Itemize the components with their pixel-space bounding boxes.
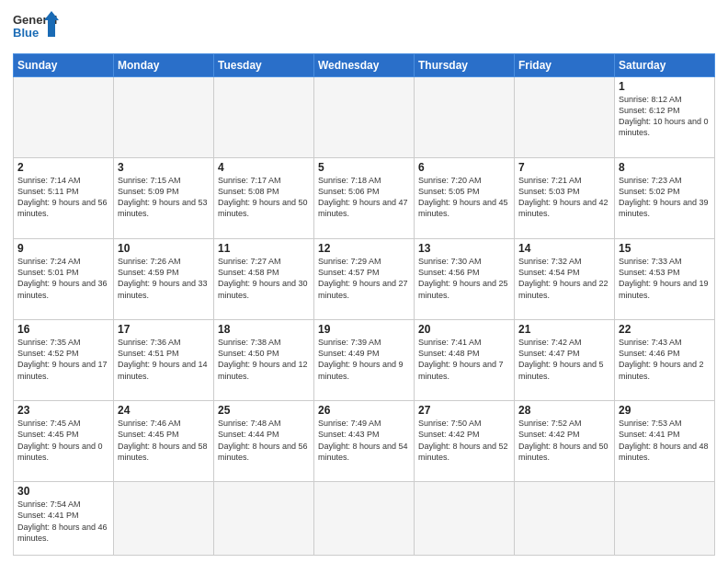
day-number: 17 bbox=[118, 323, 210, 336]
day-number: 30 bbox=[17, 485, 109, 498]
day-info: Sunrise: 7:42 AM Sunset: 4:47 PM Dayligh… bbox=[518, 337, 610, 382]
calendar-cell: 3Sunrise: 7:15 AM Sunset: 5:09 PM Daylig… bbox=[114, 158, 214, 239]
calendar-cell bbox=[114, 482, 214, 556]
calendar-cell: 30Sunrise: 7:54 AM Sunset: 4:41 PM Dayli… bbox=[14, 482, 114, 556]
calendar-cell bbox=[515, 77, 615, 158]
calendar-cell: 18Sunrise: 7:38 AM Sunset: 4:50 PM Dayli… bbox=[214, 320, 314, 401]
day-info: Sunrise: 7:35 AM Sunset: 4:52 PM Dayligh… bbox=[17, 337, 109, 382]
day-info: Sunrise: 7:21 AM Sunset: 5:03 PM Dayligh… bbox=[518, 175, 610, 220]
col-wednesday: Wednesday bbox=[314, 54, 415, 77]
calendar-cell bbox=[415, 77, 515, 158]
calendar-cell: 12Sunrise: 7:29 AM Sunset: 4:57 PM Dayli… bbox=[314, 239, 415, 320]
calendar-cell: 29Sunrise: 7:53 AM Sunset: 4:41 PM Dayli… bbox=[615, 401, 715, 482]
day-info: Sunrise: 7:17 AM Sunset: 5:08 PM Dayligh… bbox=[218, 175, 310, 220]
day-number: 27 bbox=[418, 404, 510, 417]
day-number: 26 bbox=[318, 404, 410, 417]
calendar-cell bbox=[515, 482, 615, 556]
calendar-week-row: 23Sunrise: 7:45 AM Sunset: 4:45 PM Dayli… bbox=[14, 401, 715, 482]
day-info: Sunrise: 7:39 AM Sunset: 4:49 PM Dayligh… bbox=[318, 337, 410, 382]
calendar-cell: 2Sunrise: 7:14 AM Sunset: 5:11 PM Daylig… bbox=[14, 158, 114, 239]
calendar-cell: 11Sunrise: 7:27 AM Sunset: 4:58 PM Dayli… bbox=[214, 239, 314, 320]
day-info: Sunrise: 7:36 AM Sunset: 4:51 PM Dayligh… bbox=[118, 337, 210, 382]
day-number: 25 bbox=[218, 404, 310, 417]
page: General Blue Sunday Monday Tuesday Wedne… bbox=[0, 0, 728, 563]
day-number: 23 bbox=[17, 404, 109, 417]
day-info: Sunrise: 7:27 AM Sunset: 4:58 PM Dayligh… bbox=[218, 256, 310, 301]
day-number: 22 bbox=[619, 323, 711, 336]
day-info: Sunrise: 7:43 AM Sunset: 4:46 PM Dayligh… bbox=[619, 337, 711, 382]
calendar-week-row: 2Sunrise: 7:14 AM Sunset: 5:11 PM Daylig… bbox=[14, 158, 715, 239]
calendar-cell: 21Sunrise: 7:42 AM Sunset: 4:47 PM Dayli… bbox=[515, 320, 615, 401]
calendar-cell: 14Sunrise: 7:32 AM Sunset: 4:54 PM Dayli… bbox=[515, 239, 615, 320]
day-info: Sunrise: 7:18 AM Sunset: 5:06 PM Dayligh… bbox=[318, 175, 410, 220]
day-info: Sunrise: 7:33 AM Sunset: 4:53 PM Dayligh… bbox=[619, 256, 711, 301]
day-info: Sunrise: 7:20 AM Sunset: 5:05 PM Dayligh… bbox=[418, 175, 510, 220]
header: General Blue bbox=[13, 9, 715, 48]
calendar-cell: 26Sunrise: 7:49 AM Sunset: 4:43 PM Dayli… bbox=[314, 401, 415, 482]
day-info: Sunrise: 7:24 AM Sunset: 5:01 PM Dayligh… bbox=[17, 256, 109, 301]
calendar-cell: 1Sunrise: 8:12 AM Sunset: 6:12 PM Daylig… bbox=[615, 77, 715, 158]
calendar-cell: 23Sunrise: 7:45 AM Sunset: 4:45 PM Dayli… bbox=[14, 401, 114, 482]
logo: General Blue bbox=[13, 9, 59, 48]
day-number: 9 bbox=[17, 242, 109, 255]
col-sunday: Sunday bbox=[14, 54, 114, 77]
calendar-header-row: Sunday Monday Tuesday Wednesday Thursday… bbox=[14, 54, 715, 77]
day-number: 5 bbox=[318, 161, 410, 174]
logo-icon: General Blue bbox=[13, 9, 59, 48]
col-thursday: Thursday bbox=[415, 54, 515, 77]
calendar-cell bbox=[314, 482, 415, 556]
day-info: Sunrise: 7:54 AM Sunset: 4:41 PM Dayligh… bbox=[17, 499, 109, 544]
calendar-cell: 6Sunrise: 7:20 AM Sunset: 5:05 PM Daylig… bbox=[415, 158, 515, 239]
calendar-cell: 22Sunrise: 7:43 AM Sunset: 4:46 PM Dayli… bbox=[615, 320, 715, 401]
day-info: Sunrise: 7:14 AM Sunset: 5:11 PM Dayligh… bbox=[17, 175, 109, 220]
calendar-cell: 25Sunrise: 7:48 AM Sunset: 4:44 PM Dayli… bbox=[214, 401, 314, 482]
day-number: 4 bbox=[218, 161, 310, 174]
day-info: Sunrise: 7:38 AM Sunset: 4:50 PM Dayligh… bbox=[218, 337, 310, 382]
calendar-cell bbox=[415, 482, 515, 556]
day-number: 11 bbox=[218, 242, 310, 255]
calendar-cell bbox=[114, 77, 214, 158]
calendar-cell: 4Sunrise: 7:17 AM Sunset: 5:08 PM Daylig… bbox=[214, 158, 314, 239]
calendar-table: Sunday Monday Tuesday Wednesday Thursday… bbox=[13, 53, 715, 556]
day-number: 21 bbox=[518, 323, 610, 336]
day-info: Sunrise: 7:30 AM Sunset: 4:56 PM Dayligh… bbox=[418, 256, 510, 301]
calendar-cell: 10Sunrise: 7:26 AM Sunset: 4:59 PM Dayli… bbox=[114, 239, 214, 320]
day-info: Sunrise: 7:46 AM Sunset: 4:45 PM Dayligh… bbox=[118, 418, 210, 463]
calendar-cell: 13Sunrise: 7:30 AM Sunset: 4:56 PM Dayli… bbox=[415, 239, 515, 320]
calendar-cell bbox=[314, 77, 415, 158]
calendar-week-row: 1Sunrise: 8:12 AM Sunset: 6:12 PM Daylig… bbox=[14, 77, 715, 158]
calendar-cell bbox=[214, 482, 314, 556]
calendar-cell: 9Sunrise: 7:24 AM Sunset: 5:01 PM Daylig… bbox=[14, 239, 114, 320]
day-info: Sunrise: 7:48 AM Sunset: 4:44 PM Dayligh… bbox=[218, 418, 310, 463]
day-number: 2 bbox=[17, 161, 109, 174]
day-number: 12 bbox=[318, 242, 410, 255]
calendar-cell: 5Sunrise: 7:18 AM Sunset: 5:06 PM Daylig… bbox=[314, 158, 415, 239]
day-number: 29 bbox=[619, 404, 711, 417]
day-number: 15 bbox=[619, 242, 711, 255]
calendar-cell: 19Sunrise: 7:39 AM Sunset: 4:49 PM Dayli… bbox=[314, 320, 415, 401]
calendar-cell: 27Sunrise: 7:50 AM Sunset: 4:42 PM Dayli… bbox=[415, 401, 515, 482]
day-number: 6 bbox=[418, 161, 510, 174]
calendar-cell: 15Sunrise: 7:33 AM Sunset: 4:53 PM Dayli… bbox=[615, 239, 715, 320]
calendar-cell: 28Sunrise: 7:52 AM Sunset: 4:42 PM Dayli… bbox=[515, 401, 615, 482]
day-number: 20 bbox=[418, 323, 510, 336]
day-info: Sunrise: 7:15 AM Sunset: 5:09 PM Dayligh… bbox=[118, 175, 210, 220]
calendar-cell bbox=[14, 77, 114, 158]
day-info: Sunrise: 7:45 AM Sunset: 4:45 PM Dayligh… bbox=[17, 418, 109, 463]
calendar-week-row: 30Sunrise: 7:54 AM Sunset: 4:41 PM Dayli… bbox=[14, 482, 715, 556]
calendar-week-row: 16Sunrise: 7:35 AM Sunset: 4:52 PM Dayli… bbox=[14, 320, 715, 401]
col-friday: Friday bbox=[515, 54, 615, 77]
col-monday: Monday bbox=[114, 54, 214, 77]
day-info: Sunrise: 7:26 AM Sunset: 4:59 PM Dayligh… bbox=[118, 256, 210, 301]
day-number: 16 bbox=[17, 323, 109, 336]
calendar-cell: 8Sunrise: 7:23 AM Sunset: 5:02 PM Daylig… bbox=[615, 158, 715, 239]
day-info: Sunrise: 7:50 AM Sunset: 4:42 PM Dayligh… bbox=[418, 418, 510, 463]
day-number: 13 bbox=[418, 242, 510, 255]
calendar-cell: 20Sunrise: 7:41 AM Sunset: 4:48 PM Dayli… bbox=[415, 320, 515, 401]
day-info: Sunrise: 7:53 AM Sunset: 4:41 PM Dayligh… bbox=[619, 418, 711, 463]
calendar-cell bbox=[615, 482, 715, 556]
day-info: Sunrise: 7:23 AM Sunset: 5:02 PM Dayligh… bbox=[619, 175, 711, 220]
day-number: 1 bbox=[619, 80, 711, 93]
col-saturday: Saturday bbox=[615, 54, 715, 77]
day-number: 7 bbox=[518, 161, 610, 174]
